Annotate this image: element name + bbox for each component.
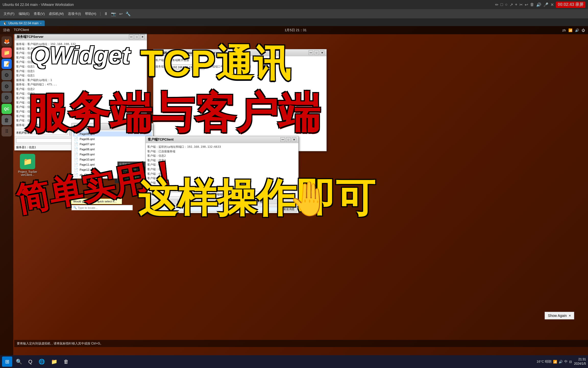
dock-vscode[interactable]: 📝 (2, 59, 12, 69)
file-item-1[interactable]: 📄 Page07.qml (73, 142, 152, 147)
file-item-selected[interactable]: 📄 Page05.qml (73, 131, 152, 136)
file-name-1: Page07.qml (80, 143, 95, 146)
topbar-left: 活动 TCPClient (3, 28, 29, 32)
client-connect-btn[interactable]: 连接服务器 (147, 199, 221, 204)
client-maximize[interactable]: □ (286, 137, 291, 142)
client-log-6: 客户端：信息2 (147, 172, 297, 176)
menu-vm[interactable]: 虚拟机(M) (47, 11, 65, 17)
minimize-btn[interactable]: — (129, 34, 133, 39)
server-window-titlebar[interactable]: 服务端TCPServer — □ ✕ (15, 33, 147, 40)
menu-file[interactable]: 文件(F) (2, 11, 16, 17)
file-item-2[interactable]: 📄 Page08.qml (73, 147, 152, 152)
server-log-12: 客户端：信息2 (16, 96, 145, 100)
dock-files[interactable]: 📁 (2, 48, 12, 58)
server-log-1: 服务端：客户端的端口：46908 (16, 47, 145, 51)
server-log-16: 客户端：信息2 (16, 114, 145, 119)
show-again-close[interactable]: × (569, 314, 571, 318)
client-ip-input[interactable] (168, 192, 204, 197)
search-icon: 🔍 (73, 206, 77, 209)
maximize-btn[interactable]: □ (134, 34, 139, 39)
taskbar-files[interactable]: 📁 (48, 357, 60, 366)
client-message-input[interactable] (147, 207, 280, 211)
close-btn[interactable]: ✕ (140, 34, 145, 39)
speaker-tray-icon[interactable]: 🔊 (559, 360, 563, 364)
client-port-input[interactable] (232, 192, 248, 197)
pause-icon[interactable]: ⏸ (103, 11, 109, 17)
menu-view[interactable]: 查看(V) (32, 11, 46, 17)
file-icon-3: 📄 (74, 152, 78, 156)
volume-icon[interactable]: 🔊 (536, 2, 541, 7)
start-button[interactable]: ⊞ (2, 356, 12, 367)
dock-qt[interactable]: QC (2, 104, 12, 114)
taskbar-browser[interactable]: 🌐 (36, 357, 47, 366)
close-icon[interactable]: ✕ (550, 2, 554, 7)
port-form-label: 服务端端口号： (206, 65, 226, 70)
app-name[interactable]: TCPClient (14, 28, 29, 32)
form-ip-input[interactable] (171, 65, 204, 70)
undo-icon[interactable]: ↩ (525, 2, 528, 7)
mic-icon[interactable]: 🎤 (543, 2, 548, 7)
client-titlebar[interactable]: 客户端TCPClient — □ ✕ (146, 136, 298, 143)
snapshot-icon[interactable]: 📷 (110, 11, 117, 17)
server-ip-input[interactable] (37, 131, 68, 135)
dock-firefox[interactable]: 🦊 (2, 36, 12, 47)
file-item-4[interactable]: 📄 Page10.qml (73, 157, 152, 162)
file-browser-titlebar[interactable]: 打开文档 — □ ✕ (72, 123, 153, 130)
fb-maximize[interactable]: □ (141, 124, 145, 129)
desktop-icon-project[interactable]: 📁 Project_TcpServerClient... (17, 154, 38, 176)
pencil-icon[interactable]: ✏ (495, 2, 498, 7)
menu-tabs[interactable]: 选项卡(I) (66, 11, 82, 17)
search-input[interactable] (78, 206, 131, 209)
show-again-area[interactable]: Show Again × (545, 312, 574, 319)
dock-settings2[interactable]: ⚙ (2, 81, 12, 91)
taskbar-search[interactable]: 🔍 (13, 357, 25, 366)
taskbar-trash[interactable]: 🗑 (61, 357, 71, 366)
trash-icon[interactable]: 🗑 (530, 2, 534, 7)
taskbar-clock[interactable]: 21:31 2024/1/5 (574, 357, 586, 366)
client-send-btn[interactable]: 发送消息 (281, 206, 297, 212)
client-close[interactable]: ✕ (292, 137, 296, 142)
scissors-icon[interactable]: ✂ (519, 2, 523, 7)
menu-help[interactable]: 帮助(H) (83, 11, 98, 17)
show-again-label[interactable]: Show Again (548, 314, 567, 318)
volume-btn[interactable]: 🔊 (575, 28, 579, 32)
dock-apps[interactable]: ⠿ (2, 126, 12, 136)
tools-icon[interactable]: 🔧 (125, 11, 132, 17)
menu-edit[interactable]: 编辑(E) (17, 11, 31, 17)
client-ip-row: 输入服务端IP： 输入服务端端口号： (146, 191, 298, 198)
recording-timer: 00:02:43 录屏 (556, 2, 586, 8)
page05-minimize[interactable]: — (309, 50, 313, 55)
client-log-8: 客户端：信息2 (147, 181, 297, 185)
app-output-title: 应用程序输出 (119, 162, 136, 166)
form-port-input[interactable] (228, 65, 243, 70)
tooltip-text: 要将输入定向到该虚拟机，请将鼠标指针移入其中或按 Ctrl+G。 (17, 341, 103, 346)
file-item-0[interactable]: 📄 Page06.qml (73, 136, 152, 142)
fb-minimize[interactable]: — (135, 124, 140, 129)
layout-icon: ⊟ (569, 360, 572, 364)
page05-maximize[interactable]: □ (314, 50, 319, 55)
restore-icon[interactable]: ↩ (118, 11, 124, 17)
dock-trash[interactable]: 🗑 (2, 115, 12, 125)
power-btn[interactable]: ⏻ (582, 28, 585, 32)
tab-ubuntu[interactable]: 🐧 Ubuntu 64 22.04 main × (0, 20, 45, 26)
arrow-icon[interactable]: ↗ (510, 2, 513, 7)
page05-titlebar[interactable]: Page05.qml — qtmanual — Qt Creator — □ ✕ (153, 49, 326, 56)
square-icon[interactable]: □ (500, 2, 503, 7)
lang-indicator[interactable]: zh (562, 28, 566, 32)
activities-btn[interactable]: 活动 (3, 28, 10, 32)
page05-close[interactable]: ✕ (320, 50, 324, 55)
file-name-3: Page09.qml (80, 153, 95, 156)
client-disconnect-btn[interactable]: 断开连接 (223, 199, 297, 204)
server-log-14: 客户端：信息2 (16, 105, 145, 109)
tab-close[interactable]: × (40, 22, 42, 25)
file-item-3[interactable]: 📄 Page09.qml (73, 152, 152, 157)
circle-icon[interactable]: ○ (505, 2, 508, 7)
fb-close[interactable]: ✕ (146, 124, 151, 129)
dock-settings[interactable]: ⚙ (2, 70, 12, 80)
client-minimize[interactable]: — (280, 137, 285, 142)
file-icon-4: 📄 (74, 157, 78, 162)
server-window-controls: — □ ✕ (129, 34, 145, 39)
dock-settings3[interactable]: ⚙ (2, 93, 12, 103)
cursor-icon[interactable]: ⌖ (515, 2, 517, 7)
taskbar-qt[interactable]: Q (26, 357, 35, 366)
